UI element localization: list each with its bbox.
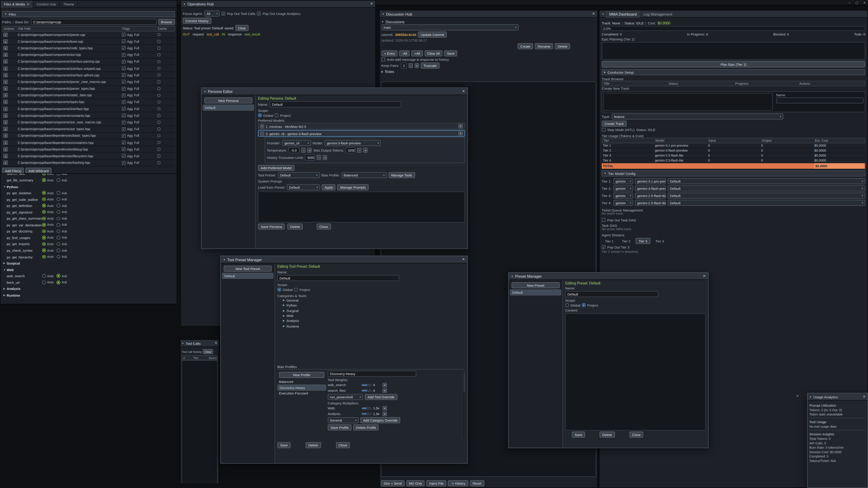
collapse-arrow-icon[interactable]: ▼ [382, 12, 384, 15]
maximize-icon[interactable]: ▢ [855, 1, 858, 4]
comms-history-button[interactable]: Comms History [183, 18, 211, 24]
update-commit-button[interactable]: Update Commit [418, 32, 447, 38]
full-button[interactable]: Full [134, 107, 139, 110]
ask-radio[interactable] [57, 204, 60, 207]
preferred-model-row[interactable]: - 2. gemini_cli - gemini-3-flash-preview… [258, 130, 465, 137]
remove-file-button[interactable]: x [3, 120, 8, 125]
close-dialog-button[interactable]: Close [336, 442, 350, 448]
full-button[interactable]: Full [134, 154, 139, 158]
remove-model-button[interactable]: ✕ [458, 131, 463, 135]
remove-file-button[interactable]: x [3, 133, 8, 138]
agg-checkbox[interactable] [122, 121, 126, 124]
preset-list-item[interactable]: Default [510, 289, 561, 295]
close-dialog-button[interactable]: Close [317, 223, 331, 230]
expand-toggle-icon[interactable]: - [260, 131, 264, 135]
panel-tab[interactable]: Files & Media ✕ [0, 0, 33, 8]
agg-checkbox[interactable] [122, 161, 126, 165]
full-button[interactable]: Full [134, 94, 139, 97]
remove-file-button[interactable]: x [3, 73, 8, 77]
panel-tab[interactable]: Theme ✕ [60, 0, 78, 8]
close-icon[interactable]: ✕ [462, 90, 465, 93]
remove-override-button[interactable]: ✕ [382, 383, 387, 387]
auto-radio[interactable] [42, 229, 46, 233]
agg-checkbox[interactable] [122, 80, 126, 84]
profile-name-input[interactable]: Discovery-Heavy [328, 370, 416, 377]
scope-global-radio[interactable] [258, 113, 261, 117]
remove-file-button[interactable]: x [3, 107, 8, 111]
full-button[interactable]: Full [134, 33, 139, 36]
agg-checkbox[interactable] [122, 66, 126, 70]
tier-preset-select[interactable]: Default▾ [668, 200, 865, 206]
category-tree-item[interactable]: ▶ Python [277, 303, 465, 308]
preset-name-input[interactable]: Default [565, 291, 658, 297]
remove-override-button[interactable]: ✕ [382, 406, 387, 411]
weight-slider[interactable] [362, 384, 371, 386]
group-arrow-icon[interactable]: ▼ [3, 268, 7, 271]
decrement-button[interactable]: - [301, 148, 306, 153]
new-preset-button[interactable]: New Preset [511, 282, 560, 288]
remove-file-button[interactable]: x [3, 86, 8, 91]
ask-radio[interactable] [57, 217, 60, 220]
decrement-button[interactable]: - [408, 63, 413, 68]
auto-radio[interactable] [42, 223, 46, 227]
remove-file-button[interactable]: x [3, 53, 8, 57]
full-button[interactable]: Full [134, 114, 139, 117]
preferred-model-row[interactable]: + 1. minimax - MiniMax-M2.5 ✕ [258, 123, 465, 129]
new-profile-button[interactable]: New Profile [279, 372, 324, 378]
minus-all-button[interactable]: -All [399, 51, 410, 57]
discussion-action-button[interactable]: -> History [448, 480, 468, 486]
scope-project-radio[interactable] [275, 113, 278, 117]
full-button[interactable]: Full [134, 134, 139, 138]
category-override-select[interactable]: General▾ [328, 417, 359, 423]
auto-radio[interactable] [42, 204, 46, 207]
remove-file-button[interactable]: x [3, 161, 8, 165]
tool-preset-name-input[interactable]: Default [277, 275, 399, 281]
auto-add-checkbox[interactable] [381, 58, 385, 61]
save-discussion-button[interactable]: Save [444, 51, 458, 57]
scope-global-radio[interactable] [277, 288, 281, 291]
ask-radio[interactable] [57, 274, 60, 278]
discussion-action-button[interactable]: Inject File [427, 480, 446, 486]
delete-profile-button[interactable]: Delete Profile [353, 424, 379, 430]
scrollbar-thumb[interactable] [464, 372, 464, 392]
remove-override-button[interactable]: ✕ [382, 388, 387, 393]
auto-radio[interactable] [42, 242, 46, 246]
create-discussion-button[interactable]: Create [518, 43, 533, 49]
expand-arrow-icon[interactable]: ▶ [283, 314, 285, 317]
remove-file-button[interactable]: x [3, 39, 8, 43]
auto-radio[interactable] [42, 255, 46, 259]
pref-history-input[interactable]: 900000 [305, 154, 315, 160]
expand-arrow-icon[interactable]: ▶ [283, 304, 285, 307]
remove-file-button[interactable]: x [3, 66, 8, 71]
remove-file-button[interactable]: x [3, 32, 8, 37]
expand-toggle-icon[interactable]: + [260, 124, 264, 128]
tier-model-select[interactable]: gemini-3.1-pro-preview▾ [635, 178, 666, 184]
agg-checkbox[interactable] [122, 147, 126, 151]
increment-button[interactable]: + [307, 148, 312, 153]
pop-out-dag-checkbox[interactable] [602, 218, 606, 222]
pref-temperature-input[interactable]: -0.0 [289, 147, 300, 153]
remove-file-button[interactable]: x [3, 59, 8, 64]
tool-preset-list-item[interactable]: Default [222, 273, 274, 279]
remove-file-button[interactable]: x [3, 93, 8, 98]
ask-radio[interactable] [57, 255, 60, 259]
scope-global-radio[interactable] [565, 303, 569, 307]
full-button[interactable]: Full [134, 40, 139, 43]
full-button[interactable]: Full [134, 100, 139, 104]
load-preset-select[interactable]: Default▾ [287, 184, 320, 191]
tool-override-select[interactable]: run_powershell▾ [328, 394, 363, 400]
collapse-arrow-icon[interactable]: ▼ [809, 395, 812, 398]
tier-provider-select[interactable]: gemini▾ [613, 200, 633, 206]
remove-file-button[interactable]: x [3, 46, 8, 51]
create-track-button[interactable]: Create Track [602, 121, 627, 127]
step-mode-checkbox[interactable] [602, 128, 606, 132]
remove-model-button[interactable]: ✕ [458, 124, 463, 129]
tier-model-config-header[interactable]: ▼Tier Model Config [602, 170, 865, 176]
group-arrow-icon[interactable]: ▼ [3, 185, 7, 188]
close-icon[interactable]: ✕ [462, 258, 465, 261]
category-tree-item[interactable]: ▶ Analysis [277, 318, 465, 324]
agg-checkbox[interactable] [122, 113, 126, 118]
plan-epic-button[interactable]: Plan Epic (Tier 1) [602, 61, 865, 67]
full-button[interactable]: Full [134, 80, 139, 84]
clear-all-button[interactable]: Clear All [424, 51, 442, 57]
